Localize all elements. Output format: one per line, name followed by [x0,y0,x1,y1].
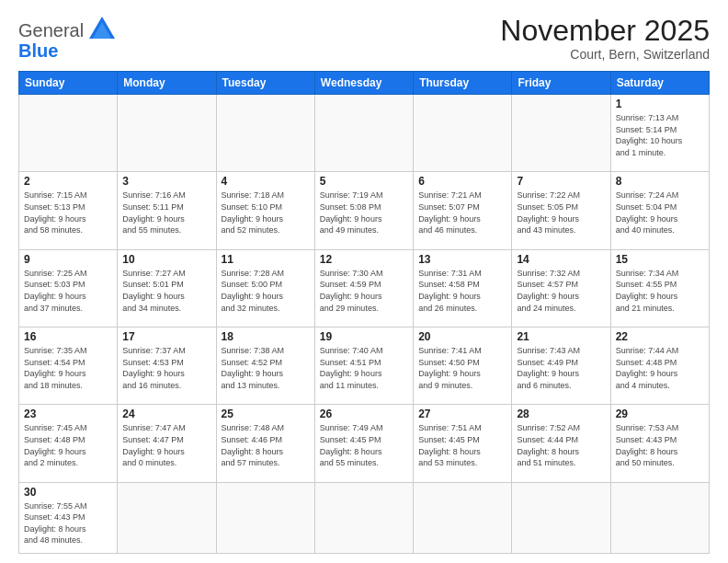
week-row-5: 30Sunrise: 7:55 AM Sunset: 4:43 PM Dayli… [19,482,710,553]
calendar-cell-5-5 [512,482,610,553]
week-row-1: 2Sunrise: 7:15 AM Sunset: 5:13 PM Daylig… [19,172,710,249]
day-info-24: Sunrise: 7:47 AM Sunset: 4:47 PM Dayligh… [122,422,210,468]
day-number-5: 5 [320,175,408,188]
day-info-11: Sunrise: 7:28 AM Sunset: 5:00 PM Dayligh… [222,268,310,314]
header-tuesday: Tuesday [216,72,314,95]
header-monday: Monday [118,72,216,95]
calendar-cell-4-6: 29Sunrise: 7:53 AM Sunset: 4:43 PM Dayli… [610,405,709,482]
calendar-cell-1-1: 3Sunrise: 7:16 AM Sunset: 5:11 PM Daylig… [118,172,216,249]
calendar-cell-0-1 [118,95,216,172]
calendar-cell-3-6: 22Sunrise: 7:44 AM Sunset: 4:48 PM Dayli… [610,327,709,405]
day-number-23: 23 [24,408,112,420]
day-number-12: 12 [320,253,408,266]
day-info-20: Sunrise: 7:41 AM Sunset: 4:50 PM Dayligh… [418,345,506,391]
calendar-cell-3-5: 21Sunrise: 7:43 AM Sunset: 4:49 PM Dayli… [512,327,610,405]
day-number-7: 7 [517,175,605,188]
header-sunday: Sunday [19,72,118,95]
day-number-15: 15 [616,253,704,266]
day-number-29: 29 [616,408,704,420]
day-info-10: Sunrise: 7:27 AM Sunset: 5:01 PM Dayligh… [122,268,210,314]
day-info-17: Sunrise: 7:37 AM Sunset: 4:53 PM Dayligh… [122,345,210,391]
day-number-22: 22 [616,330,704,343]
header-wednesday: Wednesday [314,72,413,95]
header-friday: Friday [512,72,610,95]
day-number-24: 24 [122,408,210,420]
calendar-cell-1-3: 5Sunrise: 7:19 AM Sunset: 5:08 PM Daylig… [314,172,413,249]
week-row-3: 16Sunrise: 7:35 AM Sunset: 4:54 PM Dayli… [19,327,710,405]
day-number-1: 1 [616,98,704,110]
logo: General Blue [18,15,119,62]
day-info-26: Sunrise: 7:49 AM Sunset: 4:45 PM Dayligh… [320,422,408,468]
calendar-cell-0-4 [414,95,512,172]
calendar-cell-3-2: 18Sunrise: 7:38 AM Sunset: 4:52 PM Dayli… [216,327,314,405]
day-info-2: Sunrise: 7:15 AM Sunset: 5:13 PM Dayligh… [24,190,112,236]
title-block: November 2025 Court, Bern, Switzerland [500,15,710,62]
calendar-cell-2-5: 14Sunrise: 7:32 AM Sunset: 4:57 PM Dayli… [512,249,610,327]
calendar-cell-2-2: 11Sunrise: 7:28 AM Sunset: 5:00 PM Dayli… [216,249,314,327]
location: Court, Bern, Switzerland [500,47,710,62]
day-number-26: 26 [320,408,408,420]
calendar-cell-5-2 [216,482,314,553]
day-number-27: 27 [418,408,506,420]
calendar-cell-0-6: 1Sunrise: 7:13 AM Sunset: 5:14 PM Daylig… [610,95,709,172]
calendar-cell-5-4 [414,482,512,553]
day-number-11: 11 [222,253,310,266]
week-row-2: 9Sunrise: 7:25 AM Sunset: 5:03 PM Daylig… [19,249,710,327]
day-number-13: 13 [418,253,506,266]
calendar-cell-2-0: 9Sunrise: 7:25 AM Sunset: 5:03 PM Daylig… [19,249,118,327]
day-info-6: Sunrise: 7:21 AM Sunset: 5:07 PM Dayligh… [418,190,506,236]
calendar-cell-5-0: 30Sunrise: 7:55 AM Sunset: 4:43 PM Dayli… [19,482,118,553]
calendar-cell-3-1: 17Sunrise: 7:37 AM Sunset: 4:53 PM Dayli… [118,327,216,405]
day-info-12: Sunrise: 7:30 AM Sunset: 4:59 PM Dayligh… [320,268,408,314]
day-number-4: 4 [222,175,310,188]
day-info-25: Sunrise: 7:48 AM Sunset: 4:46 PM Dayligh… [222,422,310,468]
header: General Blue November 2025 Court, Bern, … [18,15,710,62]
day-info-19: Sunrise: 7:40 AM Sunset: 4:51 PM Dayligh… [320,345,408,391]
calendar-cell-2-3: 12Sunrise: 7:30 AM Sunset: 4:59 PM Dayli… [314,249,413,327]
day-number-28: 28 [517,408,605,420]
day-number-3: 3 [122,175,210,188]
day-info-7: Sunrise: 7:22 AM Sunset: 5:05 PM Dayligh… [517,190,605,236]
calendar-cell-2-1: 10Sunrise: 7:27 AM Sunset: 5:01 PM Dayli… [118,249,216,327]
calendar-cell-0-5 [512,95,610,172]
day-number-6: 6 [418,175,506,188]
day-number-17: 17 [122,330,210,343]
logo-icon [85,13,119,46]
calendar-cell-5-6 [610,482,709,553]
day-number-25: 25 [222,408,310,420]
day-info-28: Sunrise: 7:52 AM Sunset: 4:44 PM Dayligh… [517,422,605,468]
calendar-cell-3-3: 19Sunrise: 7:40 AM Sunset: 4:51 PM Dayli… [314,327,413,405]
day-number-10: 10 [122,253,210,266]
day-info-21: Sunrise: 7:43 AM Sunset: 4:49 PM Dayligh… [517,345,605,391]
calendar-cell-1-6: 8Sunrise: 7:24 AM Sunset: 5:04 PM Daylig… [610,172,709,249]
day-number-20: 20 [418,330,506,343]
day-info-27: Sunrise: 7:51 AM Sunset: 4:45 PM Dayligh… [418,422,506,468]
day-info-13: Sunrise: 7:31 AM Sunset: 4:58 PM Dayligh… [418,268,506,314]
day-info-23: Sunrise: 7:45 AM Sunset: 4:48 PM Dayligh… [24,422,112,468]
day-number-16: 16 [24,330,112,343]
calendar-table: Sunday Monday Tuesday Wednesday Thursday… [18,71,710,554]
calendar-cell-3-0: 16Sunrise: 7:35 AM Sunset: 4:54 PM Dayli… [19,327,118,405]
calendar-cell-3-4: 20Sunrise: 7:41 AM Sunset: 4:50 PM Dayli… [414,327,512,405]
day-info-14: Sunrise: 7:32 AM Sunset: 4:57 PM Dayligh… [517,268,605,314]
day-info-18: Sunrise: 7:38 AM Sunset: 4:52 PM Dayligh… [222,345,310,391]
calendar-cell-4-3: 26Sunrise: 7:49 AM Sunset: 4:45 PM Dayli… [314,405,413,482]
day-number-9: 9 [24,253,112,266]
week-row-4: 23Sunrise: 7:45 AM Sunset: 4:48 PM Dayli… [19,405,710,482]
day-info-8: Sunrise: 7:24 AM Sunset: 5:04 PM Dayligh… [616,190,704,236]
month-title: November 2025 [500,15,710,47]
calendar-cell-0-2 [216,95,314,172]
day-info-30: Sunrise: 7:55 AM Sunset: 4:43 PM Dayligh… [24,500,112,546]
calendar-cell-0-0 [19,95,118,172]
page: General Blue November 2025 Court, Bern, … [0,0,728,563]
calendar-cell-5-3 [314,482,413,553]
header-thursday: Thursday [414,72,512,95]
calendar-cell-2-4: 13Sunrise: 7:31 AM Sunset: 4:58 PM Dayli… [414,249,512,327]
week-row-0: 1Sunrise: 7:13 AM Sunset: 5:14 PM Daylig… [19,95,710,172]
day-number-19: 19 [320,330,408,343]
day-info-4: Sunrise: 7:18 AM Sunset: 5:10 PM Dayligh… [222,190,310,236]
calendar-cell-4-4: 27Sunrise: 7:51 AM Sunset: 4:45 PM Dayli… [414,405,512,482]
day-info-1: Sunrise: 7:13 AM Sunset: 5:14 PM Dayligh… [616,112,704,158]
calendar-cell-1-5: 7Sunrise: 7:22 AM Sunset: 5:05 PM Daylig… [512,172,610,249]
weekday-header-row: Sunday Monday Tuesday Wednesday Thursday… [19,72,710,95]
